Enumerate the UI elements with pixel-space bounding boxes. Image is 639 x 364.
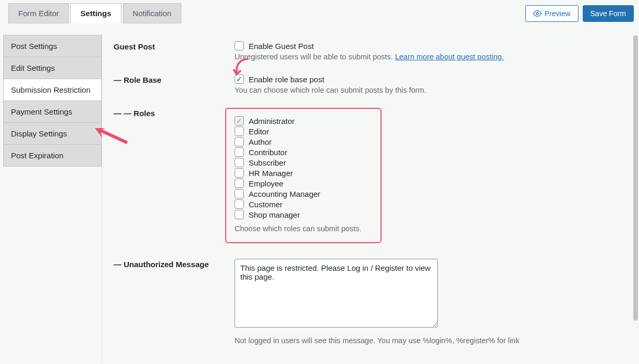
top-actions: Preview Save Form bbox=[525, 5, 634, 22]
checkbox-icon bbox=[235, 137, 244, 146]
cb-enable-guest-post-label: Enable Guest Post bbox=[249, 42, 314, 51]
help-roles: Choose which roles can submit posts. bbox=[235, 224, 372, 233]
cb-role-customer[interactable]: Customer bbox=[235, 199, 372, 209]
cb-role-administrator[interactable]: Administrator bbox=[235, 116, 372, 125]
checkbox-icon bbox=[235, 189, 244, 198]
cb-role-employee[interactable]: Employee bbox=[235, 179, 372, 188]
checkbox-icon bbox=[235, 168, 244, 178]
help-unauthorized: Not logged in users will see this messag… bbox=[235, 336, 624, 345]
checkbox-icon bbox=[235, 158, 244, 167]
checkbox-icon bbox=[235, 147, 244, 157]
cb-enable-guest-post[interactable]: Enable Guest Post bbox=[235, 41, 624, 51]
help-guest-post: Unregistered users will be able to submi… bbox=[235, 53, 624, 61]
scrollbar[interactable] bbox=[633, 35, 638, 321]
cb-role-editor[interactable]: Editor bbox=[235, 127, 372, 136]
help-role-base: You can choose which role can submit pos… bbox=[235, 86, 624, 94]
row-unauthorized: — Unauthorized Message Not logged in use… bbox=[114, 259, 624, 345]
sidebar-item-submission-restriction[interactable]: Submission Restriction bbox=[3, 79, 102, 101]
link-learn-guest-posting[interactable]: Learn more about guest posting. bbox=[395, 53, 504, 61]
eye-icon bbox=[533, 9, 542, 18]
checkbox-icon bbox=[235, 116, 244, 125]
label-roles: — — Roles bbox=[114, 108, 235, 118]
save-button[interactable]: Save Form bbox=[583, 5, 634, 22]
sidebar-item-edit-settings[interactable]: Edit Settings bbox=[3, 57, 102, 79]
label-role-base: — Role Base bbox=[114, 74, 235, 84]
checkbox-icon bbox=[235, 210, 244, 219]
preview-button-label: Preview bbox=[545, 9, 571, 18]
preview-button[interactable]: Preview bbox=[525, 5, 579, 22]
cb-role-accounting-manager[interactable]: Accounting Manager bbox=[235, 189, 372, 198]
cb-enable-role-base-label: Enable role base post bbox=[249, 75, 324, 84]
row-role-base: — Role Base Enable role base post You ca… bbox=[114, 74, 624, 94]
tab-notification[interactable]: Notification bbox=[123, 3, 181, 23]
cb-role-subscriber[interactable]: Subscriber bbox=[235, 158, 372, 167]
cb-role-hr-manager[interactable]: HR Manager bbox=[235, 168, 372, 178]
svg-point-0 bbox=[536, 12, 538, 15]
tab-settings[interactable]: Settings bbox=[70, 3, 121, 23]
cb-role-contributor[interactable]: Contributor bbox=[235, 147, 372, 157]
checkbox-icon bbox=[235, 179, 244, 188]
label-guest-post: Guest Post bbox=[114, 41, 235, 51]
row-guest-post: Guest Post Enable Guest Post Unregistere… bbox=[114, 41, 624, 61]
sidebar-item-display-settings[interactable]: Display Settings bbox=[3, 122, 102, 144]
row-roles: — — Roles Administrator Editor Author Co… bbox=[114, 108, 624, 243]
checkbox-icon bbox=[235, 41, 244, 51]
main-content: Guest Post Enable Guest Post Unregistere… bbox=[102, 35, 636, 362]
roles-highlight-box: Administrator Editor Author Contributor … bbox=[225, 108, 382, 243]
sidebar-item-payment-settings[interactable]: Payment Settings bbox=[3, 101, 102, 122]
checkbox-icon bbox=[235, 199, 244, 209]
label-unauthorized: — Unauthorized Message bbox=[114, 259, 235, 269]
cb-role-author[interactable]: Author bbox=[235, 137, 372, 146]
unauthorized-message-input[interactable] bbox=[235, 259, 438, 328]
checkbox-icon bbox=[235, 127, 244, 136]
top-tabs: Form Editor Settings Notification Previe… bbox=[0, 0, 639, 23]
sidebar-item-post-expiration[interactable]: Post Expiration bbox=[3, 144, 102, 167]
checkbox-icon bbox=[235, 74, 244, 84]
tab-form-editor[interactable]: Form Editor bbox=[8, 3, 69, 23]
cb-enable-role-base[interactable]: Enable role base post bbox=[235, 74, 624, 84]
sidebar: Post Settings Edit Settings Submission R… bbox=[3, 35, 102, 362]
sidebar-item-post-settings[interactable]: Post Settings bbox=[3, 35, 102, 57]
cb-role-shop-manager[interactable]: Shop manager bbox=[235, 210, 372, 219]
